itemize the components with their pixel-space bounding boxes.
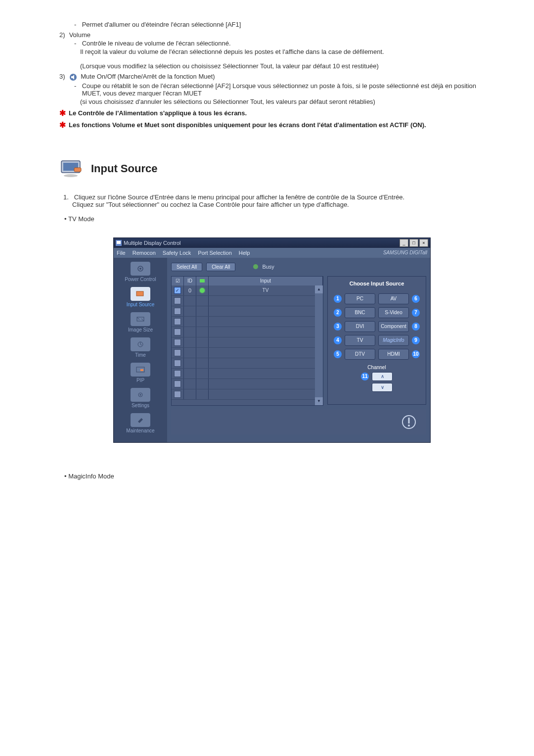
menu-port-selection[interactable]: Port Selection xyxy=(198,250,231,256)
busy-label: Busy xyxy=(262,264,274,270)
scrollbar[interactable]: ▲ ▼ xyxy=(315,285,323,405)
channel-label: Channel xyxy=(332,365,422,370)
sidebar-item-power-control[interactable]: Power Control xyxy=(116,262,165,282)
table-row[interactable] xyxy=(172,337,323,348)
source-pc-button[interactable]: PC xyxy=(345,293,375,304)
header-checkbox[interactable]: ☑ xyxy=(172,277,184,285)
menu-help[interactable]: Help xyxy=(239,250,250,256)
row-checkbox[interactable] xyxy=(174,370,181,377)
input-source-panel: Choose Input Source 1 PC AV 6 2 BNC S-Vi… xyxy=(327,276,426,405)
scroll-down-button[interactable]: ▼ xyxy=(315,397,323,405)
close-button[interactable]: × xyxy=(419,239,428,247)
toolbar: Select All Clear All Busy xyxy=(171,263,426,271)
item3-num: 3) xyxy=(59,73,67,80)
sidebar-label: Power Control xyxy=(116,277,165,282)
row-checkbox[interactable] xyxy=(174,349,181,356)
sidebar-item-maintenance[interactable]: Maintenance xyxy=(116,413,165,433)
sidebar: Power Control Input Source Image Size Ti… xyxy=(114,258,167,442)
power-control-icon xyxy=(131,262,150,276)
doc-content: - Permet d'allumer ou d'éteindre l'écran… xyxy=(59,21,485,480)
row-checkbox[interactable] xyxy=(174,318,181,325)
select-all-button[interactable]: Select All xyxy=(171,263,202,271)
table-row[interactable]: ✓ 0 TV xyxy=(172,285,323,296)
row-checkbox[interactable] xyxy=(174,297,181,304)
display-grid: ☑ ID Input ✓ 0 TV xyxy=(171,276,323,406)
callout-6: 6 xyxy=(412,295,420,303)
clear-all-button[interactable]: Clear All xyxy=(206,263,235,271)
sidebar-label: Time xyxy=(116,352,165,358)
item2-sub1-detail2: (Lorsque vous modifiez la sélection ou c… xyxy=(80,62,485,70)
source-dvi-button[interactable]: DVI xyxy=(345,321,375,332)
row-checkbox[interactable] xyxy=(174,360,181,367)
svg-rect-9 xyxy=(136,291,143,296)
window-title: Multiple Display Control xyxy=(124,240,181,246)
table-row[interactable] xyxy=(172,327,323,337)
svg-rect-13 xyxy=(140,369,143,371)
monitor-icon xyxy=(59,159,84,179)
sidebar-label: Maintenance xyxy=(116,428,165,433)
star-note-2: ✱ Les fonctions Volume et Muet sont disp… xyxy=(59,121,485,129)
source-dtv-button[interactable]: DTV xyxy=(345,349,375,360)
menu-safety-lock[interactable]: Safety Lock xyxy=(163,250,191,256)
sidebar-item-image-size[interactable]: Image Size xyxy=(116,312,165,332)
source-bnc-button[interactable]: BNC xyxy=(345,307,375,318)
status-bar xyxy=(171,410,426,434)
row-input: TV xyxy=(209,285,323,295)
table-row[interactable] xyxy=(172,296,323,306)
callout-5: 5 xyxy=(334,350,342,358)
star-icon: ✱ xyxy=(59,109,66,117)
header-id: ID xyxy=(184,277,196,285)
channel-down-button[interactable]: ∨ xyxy=(372,383,393,392)
pip-icon xyxy=(131,363,150,377)
row-checkbox[interactable] xyxy=(174,329,181,335)
sidebar-item-settings[interactable]: Settings xyxy=(116,388,165,408)
callout-1: 1 xyxy=(334,295,342,303)
svg-rect-4 xyxy=(74,168,81,172)
row-checkbox[interactable] xyxy=(174,391,181,398)
table-row[interactable] xyxy=(172,379,323,389)
sidebar-item-pip[interactable]: PIP xyxy=(116,363,165,383)
svg-point-19 xyxy=(408,425,410,426)
source-magicinfo-button[interactable]: MagicInfo xyxy=(378,335,409,346)
table-row[interactable] xyxy=(172,306,323,317)
image-size-icon xyxy=(131,312,150,326)
header-status xyxy=(196,277,209,285)
row-checkbox[interactable]: ✓ xyxy=(174,287,181,294)
source-component-button[interactable]: Component xyxy=(378,321,409,332)
scroll-up-button[interactable]: ▲ xyxy=(315,285,323,293)
maximize-button[interactable]: □ xyxy=(409,239,418,247)
sidebar-label: PIP xyxy=(116,378,165,383)
minimize-button[interactable]: _ xyxy=(400,239,408,247)
table-row[interactable] xyxy=(172,317,323,327)
table-row[interactable] xyxy=(172,358,323,369)
section-header: Input Source xyxy=(59,159,485,179)
table-row[interactable] xyxy=(172,348,323,358)
callout-7: 7 xyxy=(412,309,420,317)
sidebar-label: Image Size xyxy=(116,327,165,332)
bullet-tv-mode: TV Mode xyxy=(64,215,485,223)
sidebar-label: Settings xyxy=(116,403,165,408)
source-svideo-button[interactable]: S-Video xyxy=(378,307,409,318)
panel-title: Choose Input Source xyxy=(332,281,422,286)
item2-sub1-text: Contrôle le niveau de volume de l'écran … xyxy=(82,40,231,47)
menu-remocon[interactable]: Remocon xyxy=(133,250,156,256)
row-checkbox[interactable] xyxy=(174,380,181,387)
row-checkbox[interactable] xyxy=(174,339,181,346)
svg-point-3 xyxy=(64,174,78,177)
table-row[interactable] xyxy=(172,369,323,379)
sidebar-item-time[interactable]: Time xyxy=(116,337,165,358)
menu-file[interactable]: File xyxy=(117,250,126,256)
item3: 3) Mute On/Off (Marche/Arrêt de la fonct… xyxy=(59,73,485,81)
item3-sub1-text: Coupe ou rétablit le son de l'écran séle… xyxy=(82,82,478,97)
source-av-button[interactable]: AV xyxy=(378,293,409,304)
table-row[interactable] xyxy=(172,389,323,400)
desc1: Cliquez sur l'icône Source d'Entrée dans… xyxy=(74,193,404,201)
callout-9: 9 xyxy=(412,336,420,344)
star2-text: Les fonctions Volume et Muet sont dispon… xyxy=(69,121,426,129)
sidebar-item-input-source[interactable]: Input Source xyxy=(116,287,165,307)
row-checkbox[interactable] xyxy=(174,308,181,315)
source-hdmi-button[interactable]: HDMI xyxy=(378,349,409,360)
channel-up-button[interactable]: ∧ xyxy=(372,372,393,381)
brand-label: SAMSUNG DIGITall xyxy=(383,250,427,255)
source-tv-button[interactable]: TV xyxy=(345,335,375,346)
